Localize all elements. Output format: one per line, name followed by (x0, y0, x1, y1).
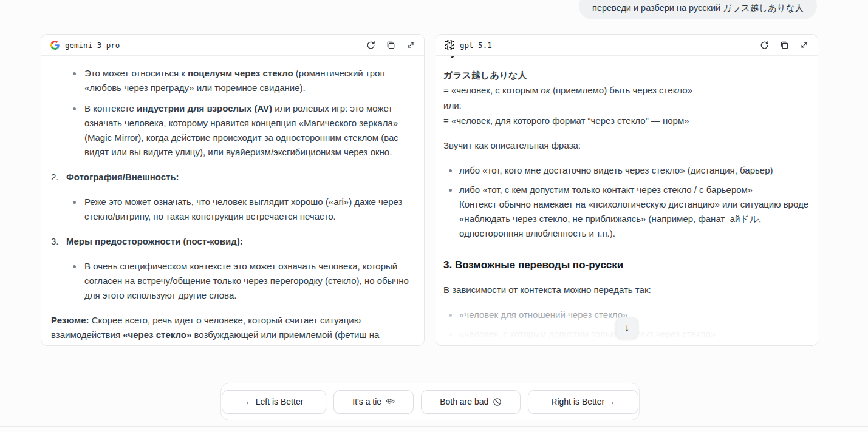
bullet-icon (449, 169, 452, 172)
bullet-icon (73, 72, 76, 75)
model-panel-left: gemini-3-pro Это может относиться к поце… (41, 34, 425, 346)
list-item-text: «человек для отношений через стекло» (459, 308, 627, 322)
handshake-icon (386, 397, 395, 407)
text-run: В зависимости от контекста можно передат… (443, 285, 651, 295)
refresh-icon[interactable] (759, 40, 769, 50)
scroll-down-button[interactable]: ↓ (616, 317, 638, 339)
text-run: «человек для отношений через стекло» (459, 309, 627, 320)
expand-icon[interactable] (799, 40, 809, 50)
prohibited-icon (493, 397, 502, 407)
text-run: Меры предосторожности (пост-ковид): (66, 236, 243, 246)
paragraph: ガラス越しありな人 = «человек, с которым ок (прие… (443, 67, 809, 128)
list-item-text: Реже это может означать, что человек выг… (84, 195, 413, 224)
text-run: 3. Возможные переводы по-русски (443, 259, 623, 271)
bullet-icon (449, 333, 452, 336)
model-panel-right: gpt-5.1 Буквальный смысл:ガラス越しありな人 = «че… (436, 34, 818, 346)
text-run: = «человек, с которым (443, 85, 541, 95)
text-run: Звучит как описательная фраза: (443, 140, 581, 150)
panel-actions-left (366, 40, 415, 50)
section-heading: 3. Возможные переводы по-русски (443, 258, 809, 272)
model-response-right[interactable]: Буквальный смысл:ガラス越しありな人 = «человек, с… (436, 56, 818, 345)
panel-actions-right (759, 40, 809, 50)
text-run: Реже это может означать, что человек выг… (84, 197, 405, 221)
text-run: ок (541, 85, 550, 95)
list-item: либо «тот, кого мне достаточно видеть че… (449, 163, 809, 178)
list-item: Это может относиться к поцелуям через ст… (73, 66, 413, 95)
bullet-icon (73, 265, 76, 268)
text-run: поцелуям через стекло (188, 68, 293, 78)
list-item: В очень специфическом контексте это може… (73, 259, 413, 303)
user-prompt-bubble: переведи и разбери на русский ガラス越しありな人 (579, 0, 817, 19)
openai-icon (445, 40, 454, 50)
list-item-text: Это может относиться к поцелуям через ст… (84, 66, 413, 95)
bullet-list: В очень специфическом контексте это може… (51, 259, 413, 303)
numbered-item: 2.Фотография/Внешность: (51, 170, 413, 184)
vote-bar: ← Left is BetterIt's a tieBoth are badRi… (220, 383, 640, 420)
bullet-icon (73, 107, 76, 110)
text-run: Резюме: (51, 315, 89, 325)
list-item: либо «тот, с кем допустим только контакт… (449, 183, 809, 241)
vote-button-left-better[interactable]: ← Left is Better (222, 390, 326, 414)
vote-button-right-better[interactable]: Right is Better → (528, 390, 638, 414)
numbered-item: 3.Меры предосторожности (пост-ковид): (51, 234, 413, 249)
bullet-icon (449, 189, 452, 192)
paragraph: Звучит как описательная фраза: (443, 138, 809, 153)
bullet-list: Реже это может означать, что человек выг… (51, 195, 413, 224)
text-run: «через стекло» (123, 329, 191, 340)
vote-button-label: ← Left is Better (245, 397, 303, 407)
copy-icon[interactable] (779, 40, 789, 50)
list-number: 2. (51, 170, 62, 184)
paragraph: В зависимости от контекста можно передат… (443, 283, 809, 297)
list-item-text: либо «тот, кого мне достаточно видеть че… (459, 163, 773, 178)
bullet-icon (73, 201, 76, 204)
user-prompt-text: переведи и разбери на русский ガラス越しありな人 (592, 3, 804, 13)
vote-button-both-bad[interactable]: Both are bad (421, 390, 521, 414)
list-number: 3. (51, 234, 62, 249)
text-run: либо «тот, кого мне достаточно видеть че… (459, 165, 773, 175)
text-run: Это может относиться к (84, 68, 188, 78)
bottom-divider (0, 426, 868, 427)
bullet-list: Это может относиться к поцелуям через ст… (51, 66, 413, 160)
google-icon (50, 40, 60, 50)
model-response-left[interactable]: Это может относиться к поцелуям через ст… (41, 56, 424, 345)
model-name-right: gpt-5.1 (460, 41, 492, 50)
bullet-icon (449, 314, 452, 317)
model-name-left: gemini-3-pro (65, 41, 120, 50)
list-item-text: В контексте индустрии для взрослых (AV) … (84, 101, 413, 160)
vote-button-label: Right is Better → (551, 397, 615, 407)
text-run: В контексте (84, 103, 137, 113)
text-run: «человек, с которым допустим только конт… (459, 329, 716, 339)
numbered-item-title: Меры предосторожности (пост-ковид): (66, 234, 243, 249)
paragraph: Резюме: Скорее всего, речь идет о челове… (51, 313, 413, 345)
list-item-text: В очень специфическом контексте это може… (84, 259, 413, 303)
list-item-text: либо «тот, с кем допустим только контакт… (459, 183, 809, 241)
panel-header-right: gpt-5.1 (436, 35, 818, 56)
list-item: В контексте индустрии для взрослых (AV) … (73, 101, 413, 160)
arrow-down-icon: ↓ (624, 322, 630, 334)
copy-icon[interactable] (386, 40, 395, 50)
vote-button-label: Both are bad (440, 397, 488, 407)
list-item: Реже это может означать, что человек выг… (73, 195, 413, 224)
bullet-list: либо «тот, кого мне достаточно видеть че… (443, 163, 809, 241)
text-run: Фотография/Внешность: (66, 172, 179, 182)
refresh-icon[interactable] (366, 40, 375, 50)
panel-header-left: gemini-3-pro (41, 35, 424, 56)
text-run: либо «тот, с кем допустим только контакт… (459, 184, 811, 238)
vote-button-tie[interactable]: It's a tie (333, 390, 414, 414)
expand-icon[interactable] (406, 40, 415, 50)
vote-button-label: It's a tie (352, 397, 381, 407)
numbered-item-title: Фотография/Внешность: (66, 170, 179, 184)
list-item-text: «человек, с которым допустим только конт… (459, 327, 716, 342)
text-run: В очень специфическом контексте это може… (84, 261, 411, 300)
text-run: ガラス越しありな人 (443, 70, 527, 80)
text-run: индустрии для взрослых (AV) (137, 103, 272, 113)
section-heading-clipped: Буквальный смысл: (443, 56, 809, 60)
text-run: Буквальный смысл: (443, 56, 548, 58)
